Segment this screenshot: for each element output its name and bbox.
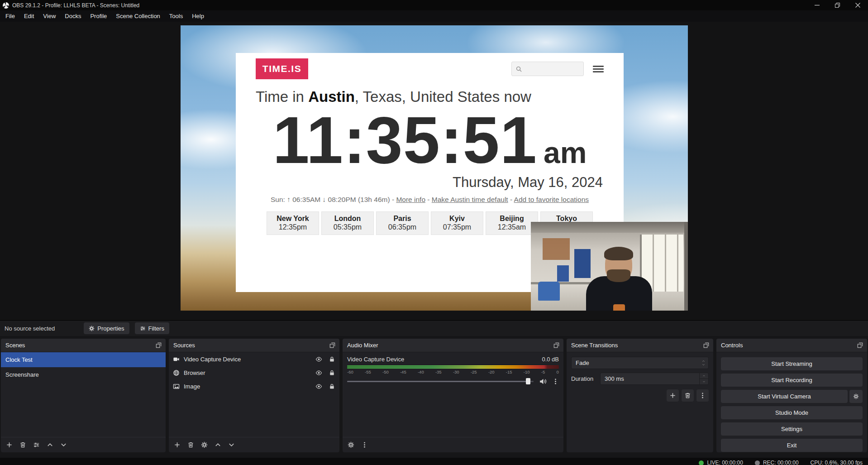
settings-button[interactable]: Settings [721, 422, 863, 436]
person-shirt [613, 304, 625, 311]
duration-increment-button[interactable] [700, 373, 708, 379]
filters-icon [140, 326, 146, 331]
obs-window: OBS 29.1.2 - Profile: LLHLS BETA - Scene… [0, 0, 868, 465]
start-virtual-camera-button[interactable]: Start Virtual Camera [721, 390, 848, 403]
popout-icon[interactable] [155, 342, 162, 349]
popout-icon[interactable] [329, 342, 336, 349]
studio-mode-button[interactable]: Studio Mode [721, 406, 863, 419]
move-source-up-button[interactable] [215, 441, 221, 448]
transition-selected-value: Fade [576, 360, 589, 366]
filters-button[interactable]: Filters [135, 322, 169, 334]
sources-dock-header: Sources [169, 339, 339, 352]
preview-area: TIME.IS Time in Austin, Texas, United St… [0, 22, 868, 320]
stream-health-icon [699, 460, 704, 465]
minimize-button[interactable] [807, 0, 827, 10]
source-properties-button[interactable] [201, 441, 208, 448]
transition-properties-button[interactable] [696, 389, 709, 402]
remove-scene-button[interactable] [19, 441, 26, 448]
move-source-down-button[interactable] [228, 441, 235, 448]
timeis-sun-info: Sun: ↑ 06:35AM ↓ 08:20PM (13h 46m) - Mor… [236, 196, 624, 204]
remove-transition-button[interactable] [682, 389, 694, 402]
source-item-browser[interactable]: Browser [169, 366, 339, 379]
globe-icon [173, 369, 180, 376]
person-head [605, 248, 632, 282]
timeis-heading-city: Austin [308, 88, 355, 105]
audio-mixer-dock-header: Audio Mixer [343, 339, 563, 352]
virtual-camera-settings-button[interactable] [849, 390, 863, 403]
recording-status-icon [755, 460, 760, 465]
scenes-dock: Scenes Clock Test Screenshare [1, 339, 166, 452]
duration-spinbox[interactable]: 300 ms [600, 373, 709, 385]
plus-icon [669, 392, 676, 399]
source-item-image[interactable]: Image [169, 379, 339, 393]
menu-item-view[interactable]: View [38, 10, 60, 22]
lock-icon[interactable] [329, 356, 335, 363]
source-item-video-capture[interactable]: Video Capture Device [169, 352, 339, 366]
combo-arrows-icon [701, 360, 706, 366]
menu-item-scene-collection[interactable]: Scene Collection [111, 10, 165, 22]
menu-item-tools[interactable]: Tools [165, 10, 187, 22]
exit-button[interactable]: Exit [721, 439, 863, 452]
advanced-audio-button[interactable] [348, 441, 354, 448]
start-recording-button[interactable]: Start Recording [721, 374, 863, 387]
mixer-toolbar [343, 437, 563, 452]
meter-scale: -60-55-50-45-40-35-30-25-20-15-10-50 [347, 369, 559, 374]
rec-status: REC: 00:00:00 [755, 460, 799, 465]
timeis-header: TIME.IS [236, 53, 624, 79]
preview-canvas[interactable]: TIME.IS Time in Austin, Texas, United St… [181, 25, 688, 311]
hamburger-menu-icon [593, 66, 604, 72]
popout-icon[interactable] [553, 342, 560, 349]
make-default-link: Make Austin time default [432, 196, 508, 203]
visibility-toggle-icon[interactable] [315, 369, 322, 376]
menu-item-edit[interactable]: Edit [19, 10, 38, 22]
start-streaming-button[interactable]: Start Streaming [721, 357, 863, 370]
visibility-toggle-icon[interactable] [315, 383, 322, 390]
remove-source-button[interactable] [187, 441, 194, 448]
move-scene-up-button[interactable] [47, 441, 53, 448]
popout-icon[interactable] [857, 342, 863, 349]
menu-item-file[interactable]: File [1, 10, 19, 22]
add-transition-button[interactable] [667, 389, 679, 402]
menu-item-docks[interactable]: Docks [60, 10, 86, 22]
close-button[interactable] [848, 0, 868, 10]
timeis-clock: 11:35:51 am [236, 107, 624, 173]
menu-item-help[interactable]: Help [187, 10, 209, 22]
scene-item-screenshare[interactable]: Screenshare [1, 367, 166, 382]
volume-slider-handle[interactable] [526, 378, 530, 384]
city-tile: London05:35pm [321, 211, 374, 235]
trash-icon [684, 392, 691, 399]
camera-icon [173, 356, 180, 363]
kebab-icon [699, 392, 706, 399]
sources-dock: Sources Video Capture Device Browser [169, 339, 339, 452]
add-source-button[interactable] [174, 441, 181, 448]
clock-time: 11:35:51 [273, 107, 537, 173]
sources-toolbar [169, 437, 339, 452]
dock-area: Scenes Clock Test Screenshare Sources [0, 336, 868, 455]
visibility-toggle-icon[interactable] [315, 356, 322, 363]
move-scene-down-button[interactable] [60, 441, 67, 448]
channel-menu-button[interactable] [552, 378, 559, 385]
speaker-icon[interactable] [539, 378, 547, 385]
mixer-channel-name: Video Capture Device [347, 356, 404, 363]
duration-decrement-button[interactable] [700, 379, 708, 384]
duration-label: Duration [571, 375, 593, 382]
audio-mixer-dock-title: Audio Mixer [347, 342, 378, 349]
transition-select[interactable]: Fade [571, 357, 709, 369]
mixer-menu-button[interactable] [361, 441, 368, 448]
lock-icon[interactable] [329, 383, 335, 390]
office-booth [557, 265, 569, 282]
timeis-search [511, 62, 584, 76]
audio-mixer-dock: Audio Mixer Video Capture Device 0.0 dB … [343, 339, 563, 452]
add-scene-button[interactable] [6, 441, 13, 448]
lock-icon[interactable] [329, 369, 335, 376]
duration-value: 300 ms [601, 373, 699, 384]
scene-filters-button[interactable] [33, 441, 40, 448]
properties-button[interactable]: Properties [84, 322, 129, 334]
scene-item-clock-test[interactable]: Clock Test [1, 352, 166, 367]
menu-item-profile[interactable]: Profile [86, 10, 111, 22]
source-selection-status: No source selected [5, 325, 55, 332]
popout-icon[interactable] [703, 342, 710, 349]
cpu-fps-stats: CPU: 0.6%, 30.00 fps [811, 460, 863, 465]
volume-slider[interactable] [347, 377, 534, 385]
maximize-button[interactable] [827, 0, 848, 10]
